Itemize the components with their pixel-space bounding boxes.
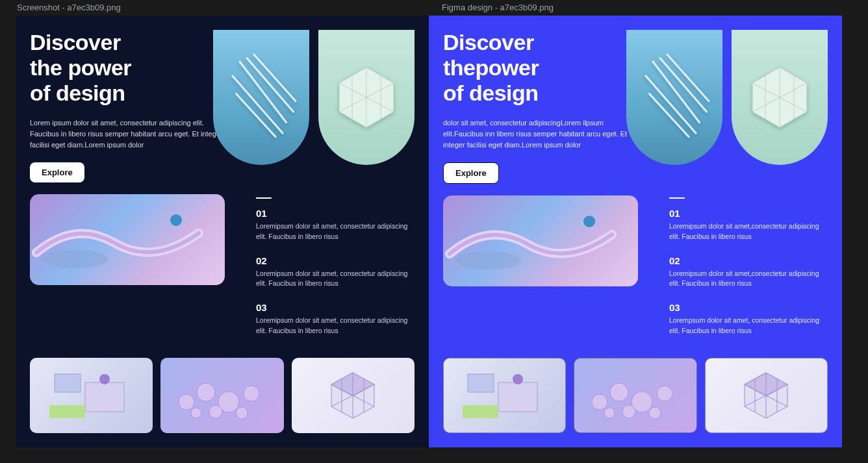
feature-item-text: Loremipsum dolor sit amet,consectetur ad… <box>669 221 825 242</box>
svg-point-42 <box>622 405 635 418</box>
feature-image <box>443 195 638 286</box>
feature-item-02: 02 Loremipsum dolor sit amet,consectetur… <box>669 255 825 290</box>
svg-point-12 <box>179 394 194 410</box>
svg-point-17 <box>236 407 248 419</box>
svg-point-32 <box>456 251 521 269</box>
crystal-swirl-icon <box>225 52 297 143</box>
rubik-icon <box>324 366 382 425</box>
svg-point-6 <box>43 250 108 268</box>
svg-rect-35 <box>498 382 537 412</box>
crystal-swirl-icon <box>639 52 710 143</box>
svg-point-37 <box>513 374 523 384</box>
thumbnail-2[interactable] <box>574 358 696 433</box>
svg-rect-10 <box>49 405 85 418</box>
feature-item-03: 03 Lorempsum dolor sit amet, consectetur… <box>669 302 825 336</box>
svg-point-44 <box>604 408 615 418</box>
hero-image-row <box>213 30 415 165</box>
svg-point-15 <box>244 386 259 401</box>
feature-list: 01 Loremipsum dolor sit amet, consectetu… <box>256 197 412 349</box>
hero-arch-image-2 <box>732 30 828 165</box>
lead-paragraph: Lorem ipsum dolor sit amet, consectetur … <box>30 118 225 151</box>
thumbnail-3[interactable] <box>292 358 415 433</box>
hero-arch-image-2 <box>318 30 415 165</box>
feature-image <box>30 194 225 285</box>
thumbnail-1[interactable] <box>443 358 566 433</box>
feature-item-number: 02 <box>256 255 412 266</box>
headline-line-1: Discover <box>443 30 534 55</box>
svg-point-16 <box>209 405 222 418</box>
list-accent-dash <box>669 197 685 199</box>
screenshot-panel: Discover the power of design Lorem ipsum… <box>16 16 429 447</box>
thumbnail-1[interactable] <box>30 358 153 433</box>
svg-rect-8 <box>55 374 81 392</box>
feature-item-number: 03 <box>256 302 412 313</box>
figma-panel: Discover thepower of design dolor sit am… <box>429 16 842 447</box>
hero-arch-image-1 <box>626 30 722 165</box>
rubik-icon <box>737 366 795 425</box>
lead-paragraph: dolor sit amet, consectetur adipiscingLo… <box>443 118 638 151</box>
thumbnail-row <box>30 358 415 433</box>
headline-line-3: of design <box>443 81 539 105</box>
svg-point-18 <box>191 408 201 418</box>
feature-item-text: Loremipsum dolor sit amet, consectetur a… <box>256 316 412 336</box>
feature-item-number: 02 <box>669 255 825 266</box>
thumbnail-2[interactable] <box>160 358 283 433</box>
svg-point-7 <box>170 214 182 226</box>
feature-item-number: 01 <box>669 208 825 219</box>
svg-point-43 <box>649 407 661 419</box>
tab-screenshot[interactable]: Screenshot - a7ec3b09.png <box>17 3 121 12</box>
headline-line-2: the power <box>30 55 131 80</box>
svg-rect-36 <box>463 405 498 418</box>
feature-item-01: 01 Loremipsum dolor sit amet, consectetu… <box>256 208 412 242</box>
hero-arch-image-1 <box>213 30 309 165</box>
voxel-cube-icon <box>744 62 815 133</box>
feature-item-text: Loremipsum dolor sit amet,consectetur ad… <box>669 269 825 290</box>
hero-image-row <box>626 30 828 165</box>
svg-rect-9 <box>85 382 124 412</box>
svg-rect-34 <box>468 374 494 392</box>
feature-item-number: 01 <box>256 208 412 219</box>
feature-item-02: 02 Loremipsum dolor sit amet, consectetu… <box>256 255 412 290</box>
glass-snake-icon <box>443 195 638 286</box>
headline-line-3: of design <box>30 81 125 105</box>
svg-point-41 <box>657 386 672 401</box>
list-accent-dash <box>256 197 272 199</box>
svg-point-13 <box>197 383 215 401</box>
thumbnail-3[interactable] <box>705 358 828 433</box>
page-headline: Discover thepower of design <box>443 30 625 106</box>
tab-figma-design[interactable]: Figma design - a7ec3b09.png <box>442 3 554 12</box>
headline-line-2: thepower <box>443 55 539 80</box>
glass-snake-icon <box>30 194 225 285</box>
svg-point-33 <box>583 216 595 227</box>
feature-item-01: 01 Loremipsum dolor sit amet,consectetur… <box>669 208 825 242</box>
page-headline: Discover the power of design <box>30 30 212 106</box>
svg-point-38 <box>592 394 607 410</box>
headline-line-1: Discover <box>30 30 121 55</box>
feature-item-number: 03 <box>669 302 825 313</box>
voxel-cube-icon <box>331 62 402 133</box>
feature-item-text: Loremipsum dolor sit amet, consectetur a… <box>256 269 412 290</box>
comparison-view: Discover the power of design Lorem ipsum… <box>0 0 868 447</box>
bubbles-icon <box>170 366 274 425</box>
svg-point-11 <box>99 374 110 384</box>
tech-machine-icon <box>43 366 140 425</box>
feature-item-03: 03 Loremipsum dolor sit amet, consectetu… <box>256 302 412 336</box>
explore-button[interactable]: Explore <box>30 162 84 182</box>
feature-item-text: Loremipsum dolor sit amet, consectetur a… <box>256 221 412 242</box>
feature-list: 01 Loremipsum dolor sit amet,consectetur… <box>669 197 825 349</box>
bubbles-icon <box>583 366 687 425</box>
explore-button[interactable]: Explore <box>443 162 499 184</box>
thumbnail-row <box>443 358 828 433</box>
tech-machine-icon <box>456 366 554 425</box>
feature-item-text: Lorempsum dolor sit amet, consectetur ad… <box>669 316 825 336</box>
svg-point-39 <box>610 383 628 401</box>
